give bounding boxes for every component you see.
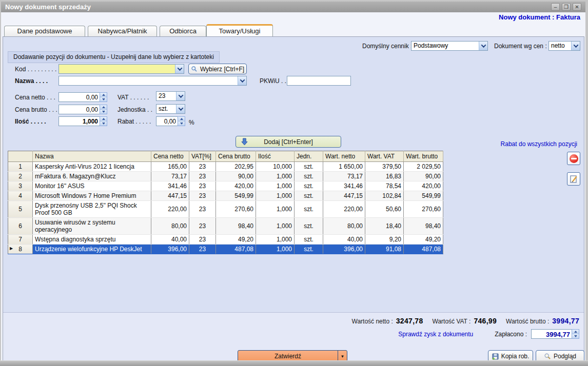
chevron-down-icon[interactable] bbox=[175, 65, 184, 73]
totals-line: Wartość netto : 3247,78 Wartość VAT : 74… bbox=[352, 317, 579, 325]
app-body: Nowy dokument : Faktura Dane podstawowe … bbox=[1, 12, 585, 360]
table-row[interactable]: 5 Dysk przenośny USB 2,5'' PQI Shock Pro… bbox=[8, 201, 443, 218]
kod-label: Kod . . . . . . . . . bbox=[15, 66, 56, 73]
col-rowno bbox=[8, 151, 33, 162]
spin-up-icon[interactable] bbox=[100, 93, 107, 97]
maximize-icon[interactable]: ❐ bbox=[562, 3, 571, 11]
wartosc-netto-value: 3247,78 bbox=[396, 317, 423, 325]
wybierz-button[interactable]: Wybierz [Ctrl+F] bbox=[188, 64, 247, 74]
summary-footer: Wartość netto : 3247,78 Wartość VAT : 74… bbox=[3, 312, 584, 366]
zaplacono-label: Zapłacono : bbox=[495, 331, 527, 338]
tab-odbiorca[interactable]: Odbiorca bbox=[160, 26, 206, 36]
col-cena-brutto: Cena brutto bbox=[216, 151, 256, 162]
tab-nabywca-platnik[interactable]: Nabywca/Płatnik bbox=[88, 26, 157, 36]
doc-prices-select[interactable]: netto bbox=[548, 41, 580, 51]
spin-up-icon[interactable] bbox=[100, 117, 107, 121]
spin-down-icon[interactable] bbox=[178, 121, 185, 126]
window-controls: – ❐ ✕ bbox=[551, 3, 581, 11]
table-row[interactable]: 1 Kaspersky Anti-Virus 2012 1 licencja 1… bbox=[8, 162, 443, 172]
arrow-down-icon bbox=[241, 138, 248, 146]
wartosc-netto-label: Wartość netto : bbox=[352, 318, 393, 325]
cena-brutto-spinner[interactable]: 0,00 bbox=[58, 105, 107, 114]
rabat-spinner[interactable]: 0,00 bbox=[156, 116, 185, 126]
spin-down-icon[interactable] bbox=[572, 334, 579, 338]
remove-icon bbox=[570, 154, 578, 163]
jednostka-select[interactable]: szt. bbox=[156, 104, 185, 114]
table-row[interactable]: 7 Wstępna diagnostyka sprzętu 40,00 23 4… bbox=[8, 235, 443, 245]
chevron-down-icon[interactable] bbox=[479, 42, 487, 50]
default-pricelist-label: Domyślny cennik : bbox=[362, 43, 412, 50]
table-row[interactable]: 3 Monitor 16'' ASUS 341,46 23 420,00 1,0… bbox=[8, 181, 443, 191]
edit-icon bbox=[570, 175, 578, 184]
chevron-down-icon[interactable] bbox=[176, 105, 185, 113]
row-selector-icon: ▶ bbox=[10, 246, 13, 251]
rabat-unit-label: % bbox=[189, 119, 194, 126]
spin-down-icon[interactable] bbox=[100, 110, 107, 114]
magnifier-icon bbox=[544, 353, 551, 360]
nazwa-label: Nazwa . . . . bbox=[15, 77, 48, 85]
towary-uslugi-panel: Domyślny cennik : Podstawowy Dokument wg… bbox=[3, 36, 584, 366]
wartosc-brutto-label: Wartość brutto : bbox=[506, 318, 549, 325]
col-vat: VAT[%] bbox=[189, 151, 216, 162]
ilosc-label: Ilość . . . . . bbox=[15, 118, 46, 125]
cena-netto-spinner[interactable]: 0,00 bbox=[58, 92, 107, 102]
spin-down-icon[interactable] bbox=[100, 97, 107, 101]
table-row[interactable]: 2 mFaktura 6. Magazyn@Klucz 73,17 23 90,… bbox=[8, 172, 443, 181]
app-window: Nowy dokument sprzedaży – ❐ ✕ Nowy dokum… bbox=[0, 0, 588, 366]
spin-up-icon[interactable] bbox=[178, 117, 185, 121]
col-jedn: Jedn. bbox=[295, 151, 323, 162]
zaplacono-spinner[interactable]: 3994,77 bbox=[531, 329, 579, 339]
tab-dane-podstawowe[interactable]: Dane podstawowe bbox=[4, 26, 85, 36]
window-title: Nowy dokument sprzedaży bbox=[5, 3, 91, 11]
kod-input[interactable] bbox=[58, 64, 184, 74]
document-type-heading: Nowy dokument : Faktura bbox=[499, 13, 580, 21]
spin-up-icon[interactable] bbox=[100, 105, 107, 110]
cena-brutto-label: Cena brutto . . . bbox=[15, 106, 57, 113]
cena-netto-label: Cena netto . . . bbox=[15, 94, 55, 101]
col-nazwa: Nazwa bbox=[33, 151, 151, 162]
chevron-down-icon[interactable] bbox=[571, 42, 580, 50]
close-icon[interactable]: ✕ bbox=[573, 3, 581, 11]
chevron-down-icon[interactable] bbox=[238, 76, 246, 85]
wartosc-vat-value: 746,99 bbox=[474, 317, 497, 325]
status-bar bbox=[0, 360, 588, 366]
table-row-selected[interactable]: ▶8 Urządzenie wielofunkcyjne HP DeskJet … bbox=[8, 245, 443, 254]
minimize-icon[interactable]: – bbox=[551, 3, 560, 11]
col-ilosc: Ilość bbox=[256, 151, 295, 162]
vat-select[interactable]: 23 bbox=[156, 91, 185, 101]
doc-prices-label: Dokument wg cen : bbox=[494, 43, 547, 50]
nazwa-input[interactable] bbox=[58, 76, 247, 86]
spin-up-icon[interactable] bbox=[572, 330, 579, 334]
spin-down-icon[interactable] bbox=[100, 121, 107, 126]
rabat-all-link[interactable]: Rabat do wszystkich pozycji bbox=[501, 140, 577, 148]
save-icon bbox=[492, 353, 499, 360]
edit-item-button[interactable] bbox=[567, 172, 580, 186]
jednostka-label: Jednostka . . bbox=[117, 106, 152, 113]
remove-item-button[interactable] bbox=[567, 152, 580, 165]
paid-line: Sprawdź zysk z dokumentu Zapłacono : 399… bbox=[398, 329, 579, 339]
items-table: Nazwa Cena netto VAT[%] Cena brutto Iloś… bbox=[8, 151, 443, 254]
col-wart-netto: Wart. netto bbox=[323, 151, 365, 162]
table-row[interactable]: 6 Usuwanie wirusów z systemu operacyjneg… bbox=[8, 218, 443, 235]
table-row[interactable]: 4 Microsoft Windows 7 Home Premium 447,1… bbox=[8, 191, 443, 201]
pkwiu-label: PKWiU . . bbox=[260, 77, 286, 85]
add-item-section-header: Dodawanie pozycji do dokumentu - Uzupełn… bbox=[8, 51, 220, 63]
sprawdz-zysk-link[interactable]: Sprawdź zysk z dokumentu bbox=[398, 331, 473, 338]
search-icon bbox=[191, 66, 198, 72]
default-pricelist-select[interactable]: Podstawowy bbox=[411, 41, 488, 51]
chevron-down-icon[interactable] bbox=[176, 92, 185, 100]
ilosc-spinner[interactable]: 1,000 bbox=[58, 116, 107, 126]
col-cena-netto: Cena netto bbox=[151, 151, 189, 162]
wartosc-vat-label: Wartość VAT : bbox=[433, 318, 471, 325]
rabat-label: Rabat . . . . . bbox=[117, 118, 151, 125]
col-wart-vat: Wart. VAT bbox=[365, 151, 404, 162]
pkwiu-input[interactable] bbox=[287, 76, 351, 86]
table-header-row: Nazwa Cena netto VAT[%] Cena brutto Iloś… bbox=[8, 151, 443, 162]
dodaj-button[interactable]: Dodaj [Ctrl+Enter] bbox=[236, 136, 341, 148]
title-bar: Nowy dokument sprzedaży – ❐ ✕ bbox=[1, 2, 585, 12]
col-wart-brutto: Wart. brutto bbox=[404, 151, 443, 162]
wartosc-brutto-value: 3994,77 bbox=[552, 317, 579, 325]
tab-towary-uslugi[interactable]: Towary/Usługi bbox=[206, 24, 273, 36]
vat-label: VAT . . . . . . bbox=[117, 94, 149, 101]
